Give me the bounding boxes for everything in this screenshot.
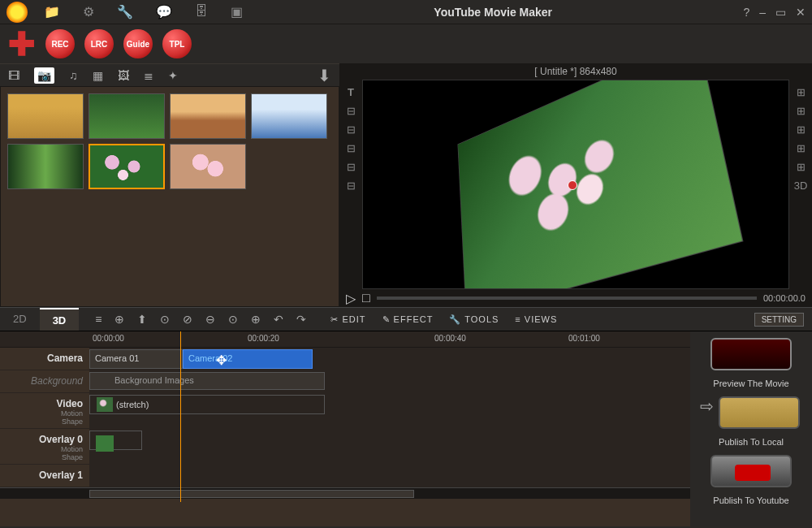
- tpl-button[interactable]: TPL: [162, 29, 192, 58]
- align-bottom-icon[interactable]: ⊟: [347, 180, 356, 192]
- view-icon[interactable]: ⊞: [797, 161, 806, 173]
- add-button[interactable]: ✚: [8, 28, 36, 60]
- background-clip[interactable]: Background Images: [89, 372, 325, 390]
- publish-local-button[interactable]: [719, 396, 800, 429]
- thumb-2[interactable]: [89, 93, 165, 139]
- timecode: 00:00:00.0: [763, 293, 806, 303]
- thumb-1[interactable]: [7, 93, 84, 139]
- camera-track-label: Camera: [0, 348, 89, 370]
- overlay-thumb-icon: [96, 435, 114, 452]
- guide-button[interactable]: Guide: [123, 29, 153, 58]
- thumb-3[interactable]: [170, 93, 246, 139]
- grid-icon[interactable]: ⊞: [797, 86, 806, 98]
- play-icon[interactable]: ▷: [346, 291, 356, 306]
- camera-add-icon[interactable]: ⊕: [114, 313, 124, 326]
- up-icon[interactable]: ⬆: [137, 313, 147, 326]
- camera-01-clip[interactable]: Camera 01: [89, 349, 183, 369]
- preview-movie-label: Preview The Movie: [713, 379, 788, 388]
- seek-track[interactable]: [377, 296, 757, 300]
- tab-2d[interactable]: 2D: [0, 308, 40, 331]
- playhead[interactable]: [180, 331, 181, 502]
- minimize-icon[interactable]: ▭: [775, 6, 786, 19]
- align-center-icon[interactable]: ⊟: [347, 123, 356, 136]
- tab-3d[interactable]: 3D: [40, 308, 80, 331]
- background-track-label: Background: [0, 370, 89, 392]
- stop-tl-icon[interactable]: ⊘: [183, 313, 192, 326]
- thumb-4[interactable]: [251, 93, 327, 139]
- tick-3: 00:01:00: [568, 334, 600, 343]
- align-left-icon[interactable]: ⊟: [347, 105, 356, 117]
- image-icon[interactable]: 🖼: [118, 69, 129, 82]
- snap-icon[interactable]: ⊞: [797, 105, 806, 117]
- stop-icon[interactable]: □: [362, 291, 370, 305]
- preview-movie-button[interactable]: [710, 338, 792, 370]
- publish-local-label: Publish To Local: [719, 437, 784, 447]
- thumb-6-selected[interactable]: [89, 144, 165, 189]
- video-thumb-icon: [97, 397, 113, 412]
- edit-menu[interactable]: ✂ EDIT: [330, 314, 365, 325]
- tools-menu[interactable]: 🔧 TOOLS: [449, 314, 499, 325]
- pivot-marker[interactable]: [568, 180, 577, 190]
- 3d-icon[interactable]: 3D: [794, 180, 808, 192]
- database-icon[interactable]: 🗄: [195, 4, 208, 19]
- publish-youtube-label: Publish To Youtube: [713, 496, 788, 505]
- zoom-fit-icon[interactable]: ⊙: [228, 313, 238, 326]
- help-icon[interactable]: ?: [743, 6, 749, 19]
- media-gallery: [0, 86, 339, 307]
- redo-icon[interactable]: ↷: [296, 313, 306, 326]
- tick-0: 00:00:00: [93, 334, 124, 343]
- thumb-5[interactable]: [7, 144, 84, 189]
- video-clip[interactable]: (stretch): [89, 395, 325, 414]
- horizontal-scrollbar[interactable]: [89, 490, 414, 498]
- overlay0-track-label: Overlay 0MotionShape: [0, 429, 89, 464]
- dash-icon[interactable]: –: [759, 6, 766, 19]
- overlay0-clip[interactable]: [89, 431, 142, 450]
- menu-icon[interactable]: ≡: [95, 313, 102, 326]
- fit-icon[interactable]: ⊞: [797, 142, 806, 154]
- window-title: YouTube Movie Maker: [243, 6, 743, 19]
- close-icon[interactable]: ✕: [796, 6, 806, 19]
- move-cursor-icon: ✥: [216, 353, 227, 368]
- align-top-icon[interactable]: ⊟: [347, 161, 356, 173]
- setting-button[interactable]: SETTING: [754, 313, 804, 327]
- views-menu[interactable]: ≡ VIEWS: [515, 314, 557, 325]
- download-icon[interactable]: ⬇: [317, 66, 331, 85]
- record-button[interactable]: REC: [45, 29, 75, 58]
- zoom-out-icon[interactable]: ⊖: [205, 313, 215, 326]
- timeline-ruler[interactable]: 00:00:00 00:00:20 00:00:40 00:01:00: [89, 331, 690, 347]
- overlay1-track-label: Overlay 1: [0, 465, 89, 487]
- lrc-button[interactable]: LRC: [84, 29, 114, 58]
- film-icon[interactable]: 🎞: [8, 69, 19, 82]
- puzzle-icon[interactable]: ✦: [168, 69, 178, 82]
- preview-image[interactable]: [457, 80, 743, 289]
- tick-2: 00:00:40: [434, 334, 466, 343]
- chat-icon[interactable]: 💬: [156, 4, 172, 19]
- display-icon[interactable]: ▣: [231, 4, 243, 19]
- camera-02-clip[interactable]: Camera 02✥: [183, 349, 313, 369]
- text-tool-icon[interactable]: T: [348, 86, 354, 98]
- music-icon[interactable]: ♫: [69, 69, 78, 82]
- effect-menu[interactable]: ✎ EFFECT: [382, 314, 434, 325]
- preview-info: [ Untitle *] 864x480: [339, 63, 812, 80]
- video-icon[interactable]: ▦: [93, 69, 103, 82]
- preview-canvas[interactable]: [362, 80, 789, 289]
- undo-icon[interactable]: ↶: [274, 313, 283, 326]
- list-icon[interactable]: ≣: [144, 69, 153, 82]
- app-logo: [6, 2, 28, 23]
- zoom-icon[interactable]: ⊞: [797, 123, 806, 136]
- wrench-icon[interactable]: 🔧: [117, 4, 133, 19]
- play-tl-icon[interactable]: ⊙: [160, 313, 170, 326]
- publish-youtube-button[interactable]: [710, 455, 792, 487]
- video-track-label: VideoMotionShape: [0, 393, 89, 428]
- arrow-right-icon: ⇨: [700, 396, 714, 416]
- folder-icon[interactable]: 📁: [44, 4, 60, 19]
- tick-1: 00:00:20: [248, 334, 279, 343]
- align-right-icon[interactable]: ⊟: [347, 142, 356, 154]
- photo-tab[interactable]: 📷: [34, 67, 54, 84]
- thumb-7[interactable]: [170, 144, 246, 189]
- zoom-in-icon[interactable]: ⊕: [251, 313, 261, 326]
- gear-icon[interactable]: ⚙: [83, 4, 94, 19]
